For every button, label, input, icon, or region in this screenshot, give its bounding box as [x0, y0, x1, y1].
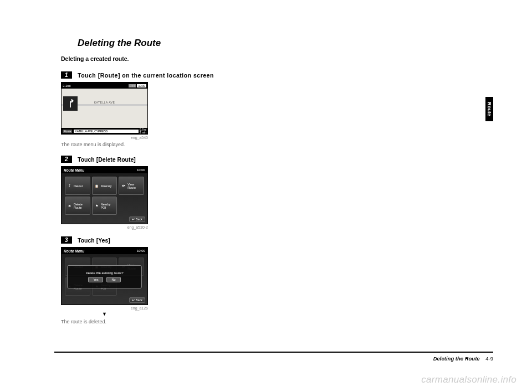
result-arrow-icon: ▼	[61, 311, 148, 317]
section-tab-route: Route	[485, 97, 493, 121]
map-bottombar: Route KATELLA AVE, CYPRESS 0.7mi 2 min	[62, 128, 147, 134]
menu-header: Route Menu 10:00	[62, 247, 147, 254]
view-route-icon: 🗺	[120, 183, 126, 189]
turn-arrow-icon	[63, 96, 78, 111]
menu-item-nearby-poi[interactable]: ⚑Nearby POI	[92, 197, 117, 215]
clock: 10:00	[137, 249, 145, 252]
step-text: Touch [Route] on the current location sc…	[78, 72, 214, 79]
step-number: 2	[61, 156, 72, 163]
confirm-dialog: Delete the existing route? Yes No	[67, 265, 142, 288]
menu-grid: ⤴Detour 📋Itinerary 🗺View Route ✖Delete R…	[65, 177, 144, 215]
screenshot-route-menu: Route Menu 10:00 ⤴Detour 📋Itinerary 🗺Vie…	[61, 166, 148, 224]
screenshot-confirm-dialog: Route Menu 10:00 ⤴Detour 📋Itinerary 🗺Vie…	[61, 247, 148, 305]
step-caption: The route is deleted.	[61, 319, 249, 324]
street-label: KATELLA AVE	[94, 101, 115, 104]
screenshot-map: 3.1mi RTT 10:00 KATELLA AVE Route KATELL…	[61, 82, 148, 135]
menu-item-detour[interactable]: ⤴Detour	[65, 177, 90, 195]
clock: 10:00	[137, 168, 145, 172]
menu-title: Route Menu	[64, 168, 137, 172]
poi-icon: ⚑	[94, 203, 100, 209]
step-2: 2 Touch [Delete Route]	[61, 154, 249, 164]
rtt-badge: RTT	[129, 84, 136, 87]
map-area: KATELLA AVE	[62, 89, 147, 128]
back-button[interactable]: ↩ Back	[129, 297, 145, 303]
image-ref: eng_a126	[61, 306, 148, 310]
menu-item-empty	[119, 197, 144, 215]
menu-title: Route Menu	[64, 249, 137, 253]
yes-button[interactable]: Yes	[88, 277, 103, 282]
menu-item-view-route[interactable]: 🗺View Route	[119, 177, 144, 195]
step-text: Touch [Yes]	[78, 237, 110, 244]
delete-route-icon: ✖	[66, 203, 73, 209]
menu-item-itinerary[interactable]: 📋Itinerary	[92, 177, 117, 195]
distance-indicator: 3.1mi	[63, 84, 129, 87]
page-title: Deleting the Route	[78, 38, 249, 49]
map-topbar: 3.1mi RTT 10:00	[62, 82, 147, 89]
step-1: 1 Touch [Route] on the current location …	[61, 70, 249, 80]
section-tab-label: Route	[487, 102, 492, 116]
detour-icon: ⤴	[66, 183, 73, 189]
footer-title: Deleting the Route	[433, 355, 480, 362]
menu-header: Route Menu 10:00	[62, 167, 147, 173]
page-footer: Deleting the Route 4-9	[54, 352, 493, 362]
watermark: carmanualsonline.info	[421, 374, 516, 385]
image-ref: eng_a530-2	[61, 225, 148, 229]
back-button[interactable]: ↩ Back	[129, 216, 145, 222]
footer-page-number: 4-9	[485, 355, 493, 362]
image-ref: eng_a545	[61, 136, 148, 140]
manual-page: Route Deleting the Route Deleting a crea…	[0, 0, 532, 392]
no-button[interactable]: No	[106, 277, 120, 282]
content-column: Deleting the Route Deleting a created ro…	[61, 38, 249, 331]
page-subtitle: Deleting a created route.	[61, 55, 249, 62]
step-caption: The route menu is displayed.	[61, 142, 249, 147]
address-readout: KATELLA AVE, CYPRESS	[74, 130, 138, 133]
step-number: 3	[61, 236, 72, 244]
dialog-message: Delete the existing route?	[85, 271, 123, 275]
clock: 10:00	[137, 84, 146, 87]
itinerary-icon: 📋	[94, 183, 100, 189]
step-text: Touch [Delete Route]	[78, 156, 136, 163]
step-3: 3 Touch [Yes]	[61, 235, 249, 245]
eta-readout: 0.7mi 2 min	[140, 128, 146, 134]
step-number: 1	[61, 71, 72, 79]
route-button[interactable]: Route	[63, 130, 72, 133]
menu-item-delete-route[interactable]: ✖Delete Route	[65, 197, 90, 215]
